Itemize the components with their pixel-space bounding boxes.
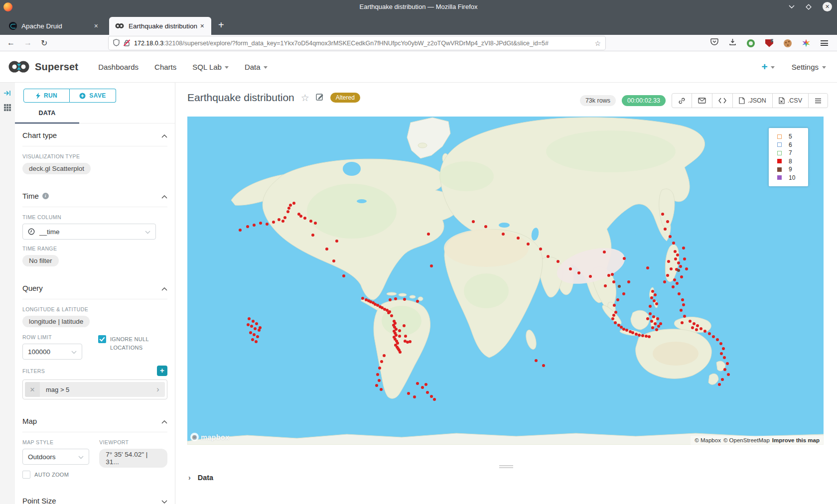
- lightning-icon: [36, 93, 40, 99]
- superset-logo[interactable]: Superset: [8, 60, 78, 74]
- export-csv-button[interactable]: .CSV: [772, 94, 808, 108]
- attribution-osm[interactable]: © OpenStreetMap: [723, 437, 770, 443]
- attribution-mapbox[interactable]: © Mapbox: [695, 437, 721, 443]
- new-tab-button[interactable]: +: [218, 19, 224, 31]
- data-panel-toggle[interactable]: › Data: [188, 474, 213, 482]
- time-column-select[interactable]: __time: [22, 224, 156, 240]
- auto-zoom-checkbox[interactable]: [22, 471, 30, 479]
- window-maximize-button[interactable]: [806, 4, 812, 10]
- legend-item[interactable]: 6: [777, 141, 808, 149]
- viewport-label: VIEWPORT: [99, 439, 167, 445]
- section-point-size[interactable]: Point Size: [22, 489, 167, 504]
- attribution-improve[interactable]: Improve this map: [772, 437, 820, 443]
- insecure-lock-icon[interactable]: [124, 39, 130, 47]
- chart-menu-button[interactable]: [808, 94, 828, 108]
- tab-close-icon[interactable]: ×: [92, 22, 100, 30]
- info-icon: i: [42, 193, 49, 199]
- lonlat-label: LONGITUDE & LATITUDE: [22, 306, 167, 312]
- back-button[interactable]: ←: [7, 38, 15, 47]
- chevron-right-icon[interactable]: ›: [151, 382, 165, 397]
- time-range-value[interactable]: No filter: [22, 255, 59, 266]
- deckgl-scatterplot-map[interactable]: 5678910 ◉ mapbox © Mapbox © OpenStreetMa…: [187, 117, 824, 445]
- add-filter-button[interactable]: +: [157, 366, 167, 376]
- viewport-value[interactable]: 7° 35' 54.02" | 31...: [99, 449, 167, 468]
- filter-value[interactable]: mag > 5: [40, 382, 151, 397]
- filter-box: ✕ mag > 5 ›: [22, 379, 167, 399]
- visualization-type-label: VISUALIZATION TYPE: [22, 153, 167, 159]
- browser-tab-apache-druid[interactable]: Apache Druid ×: [3, 17, 105, 35]
- legend-item[interactable]: 5: [777, 132, 808, 141]
- nav-item-data[interactable]: Data: [237, 63, 276, 71]
- map-attribution: © Mapbox © OpenStreetMap Improve this ma…: [691, 436, 824, 445]
- settings-dropdown[interactable]: Settings: [792, 63, 826, 71]
- visualization-type-value[interactable]: deck.gl Scatterplot: [22, 163, 91, 174]
- nav-item-dashboards[interactable]: Dashboards: [90, 63, 146, 71]
- dataset-grid-icon[interactable]: [3, 104, 11, 114]
- run-button[interactable]: RUN: [23, 89, 70, 103]
- window-title: Earthquake distribution — Mozilla Firefo…: [0, 3, 837, 10]
- chevron-down-icon: [78, 453, 84, 461]
- legend-item[interactable]: 9: [777, 165, 808, 174]
- tab-close-icon[interactable]: ×: [198, 22, 206, 30]
- email-button[interactable]: [692, 94, 712, 108]
- active-tab-underline: [15, 123, 79, 124]
- legend-label: 5: [789, 133, 792, 140]
- section-map[interactable]: Map: [22, 409, 167, 432]
- legend-item[interactable]: 10: [777, 174, 808, 182]
- ignore-null-checkbox[interactable]: [98, 335, 106, 343]
- chevron-right-icon: ›: [188, 474, 191, 482]
- brand-name: Superset: [35, 61, 78, 73]
- copy-link-button[interactable]: [672, 94, 692, 108]
- collapse-panel-icon[interactable]: [3, 90, 11, 99]
- extension-icon-green[interactable]: [747, 39, 755, 47]
- section-chart-type[interactable]: Chart type: [22, 124, 167, 146]
- nav-item-sql-lab[interactable]: SQL Lab: [184, 63, 237, 71]
- legend-swatch: [777, 142, 782, 147]
- ublock-shield-icon[interactable]: 2: [765, 39, 773, 47]
- mapbox-logo[interactable]: ◉ mapbox: [190, 433, 229, 441]
- tracking-shield-icon[interactable]: [113, 39, 120, 48]
- url-path: :32108/superset/explore/?form_data_key=1…: [163, 40, 549, 47]
- reload-button[interactable]: ↻: [41, 38, 47, 48]
- clock-icon: [28, 228, 35, 235]
- save-button[interactable]: SAVE: [70, 89, 116, 103]
- map-style-label: MAP STYLE: [22, 439, 99, 445]
- browser-tab-earthquake-distribution[interactable]: Earthquake distribution ×: [109, 17, 211, 35]
- legend-item[interactable]: 8: [777, 157, 808, 166]
- superset-infinity-icon: [8, 60, 31, 74]
- nav-item-charts[interactable]: Charts: [146, 63, 184, 71]
- edit-properties-icon[interactable]: [316, 93, 324, 103]
- window-close-button[interactable]: ×: [823, 2, 832, 11]
- bookmark-star-icon[interactable]: ☆: [594, 39, 601, 47]
- section-query[interactable]: Query: [22, 276, 167, 299]
- ignore-null-label: IGNORE NULL LOCATIONS: [110, 335, 160, 360]
- time-range-label: TIME RANGE: [22, 246, 167, 252]
- chevron-up-icon: [161, 417, 167, 425]
- explore-main: Earthquake distribution ☆ Altered 73k ro…: [175, 83, 837, 504]
- pocket-icon[interactable]: [710, 38, 718, 48]
- embed-code-button[interactable]: [712, 94, 732, 108]
- new-item-dropdown[interactable]: +: [762, 62, 775, 72]
- legend-item[interactable]: 7: [777, 149, 808, 157]
- panel-resize-handle[interactable]: [499, 465, 513, 468]
- map-style-select[interactable]: Outdoors: [22, 449, 89, 465]
- cookie-extension-icon[interactable]: [784, 39, 792, 47]
- druid-favicon: [9, 22, 17, 30]
- mapbox-icon: ◉: [190, 433, 199, 441]
- lonlat-value[interactable]: longitude | latitude: [22, 316, 90, 327]
- altered-badge[interactable]: Altered: [330, 93, 360, 103]
- forward-button[interactable]: →: [24, 38, 32, 47]
- tab-data[interactable]: DATA: [15, 103, 79, 124]
- plus-icon: +: [762, 62, 768, 72]
- favorite-star-icon[interactable]: ☆: [301, 92, 309, 104]
- downloads-icon[interactable]: [729, 38, 736, 48]
- row-limit-select[interactable]: 100000: [22, 344, 82, 360]
- url-input[interactable]: 172.18.0.3:32108/superset/explore/?form_…: [109, 36, 605, 50]
- pinwheel-extension-icon[interactable]: [802, 39, 810, 47]
- browser-menu-icon[interactable]: [821, 40, 828, 46]
- section-time[interactable]: Time i: [22, 184, 167, 207]
- export-json-button[interactable]: .JSON: [732, 94, 772, 108]
- remove-filter-icon[interactable]: ✕: [25, 382, 40, 397]
- window-minimize-button[interactable]: [789, 5, 795, 9]
- chevron-down-icon: [771, 66, 775, 69]
